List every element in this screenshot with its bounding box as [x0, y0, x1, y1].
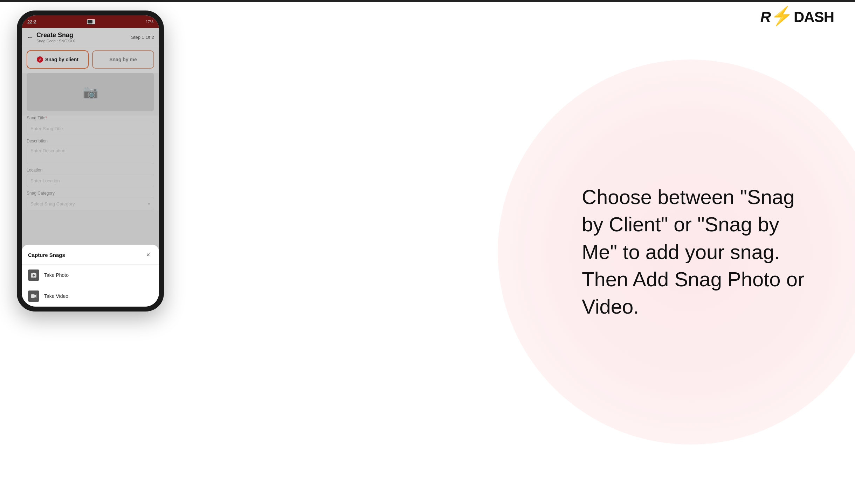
bottom-sheet-header: Capture Snags × — [22, 250, 159, 265]
logo-r: R — [760, 9, 771, 26]
phone-screen: 22:2 17% ← Create Snag Snag Code : SNGXX… — [22, 15, 159, 307]
phone-mockup: 22:2 17% ← Create Snag Snag Code : SNGXX… — [17, 10, 164, 312]
take-video-label: Take Video — [44, 293, 68, 299]
bottom-sheet: Capture Snags × Take Photo — [22, 245, 159, 307]
bottom-sheet-title: Capture Snags — [28, 252, 65, 258]
logo-bolt-icon: ⚡ — [771, 5, 793, 27]
take-video-item[interactable]: Take Video — [22, 286, 159, 307]
svg-rect-3 — [31, 294, 35, 298]
logo-dash: DASH — [794, 9, 834, 26]
close-button[interactable]: × — [144, 250, 153, 259]
description-text: Choose between "Snag by Client" or "Snag… — [582, 183, 820, 320]
take-video-icon — [28, 290, 39, 302]
svg-point-1 — [33, 274, 35, 276]
take-photo-label: Take Photo — [44, 272, 69, 278]
take-photo-icon — [28, 270, 39, 281]
phone-body: 22:2 17% ← Create Snag Snag Code : SNGXX… — [17, 10, 164, 312]
svg-rect-2 — [33, 273, 35, 274]
take-photo-item[interactable]: Take Photo — [22, 265, 159, 286]
logo: R ⚡ DASH — [760, 6, 834, 28]
svg-marker-4 — [35, 294, 36, 298]
top-border — [0, 0, 855, 2]
